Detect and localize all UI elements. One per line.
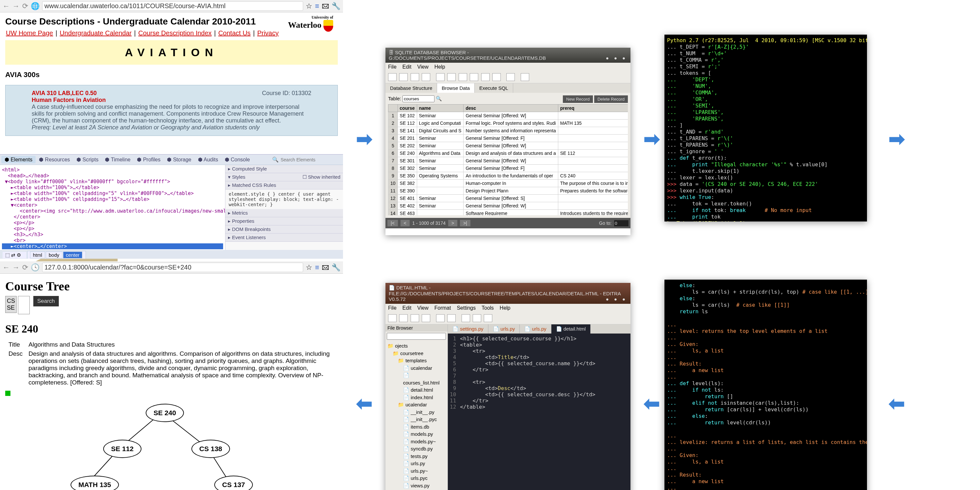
find-icon[interactable] (484, 314, 492, 322)
last-icon[interactable]: >| (460, 220, 470, 226)
menubar[interactable]: FileEditViewHelp (385, 63, 630, 71)
editor-tab[interactable]: 📄 urls.py (488, 325, 520, 334)
tab[interactable]: Execute SQL (475, 83, 513, 93)
wrench-icon[interactable]: 🔧 (332, 263, 340, 272)
menu-item[interactable]: Edit (402, 64, 412, 70)
url-input[interactable]: 127.0.0.1:8000/ucalendar/?fac=0&course=S… (42, 262, 303, 272)
editor-tab[interactable]: 📄 settings.py (448, 325, 488, 334)
editor-tab[interactable]: 📄 detail.html (551, 325, 591, 334)
devtools-tab[interactable]: ⬢ Audits (195, 156, 221, 163)
undo-icon[interactable] (422, 73, 430, 81)
undo-icon[interactable] (436, 314, 445, 322)
menu-item[interactable]: View (417, 305, 428, 311)
mail-icon[interactable]: 🖂 (322, 263, 329, 272)
breadcrumb[interactable]: ⬚ ⇄ ⚙ htmlbodycenter (0, 250, 343, 259)
toolbar[interactable] (385, 312, 630, 325)
terminal-output[interactable]: Python 2.7 (r27:82525, Jul 4 2010, 09:01… (665, 35, 867, 221)
tab[interactable]: Browse Data (437, 83, 475, 93)
devtools-tab[interactable]: ⬢ Elements (1, 156, 36, 163)
goto-input[interactable] (614, 220, 628, 226)
faculty-select[interactable]: CSSE (5, 296, 17, 313)
new-icon[interactable] (388, 73, 396, 81)
window-controls[interactable]: ● ● ● (606, 55, 627, 61)
next-icon[interactable]: > (448, 220, 457, 226)
table-select[interactable] (402, 95, 434, 102)
star-icon[interactable]: ☆ (306, 263, 312, 272)
log-icon[interactable] (506, 73, 515, 81)
devtools-tab[interactable]: ⬢ Scripts (73, 156, 102, 163)
save-icon[interactable] (410, 314, 419, 322)
table-icon[interactable] (436, 73, 445, 81)
tab[interactable]: Database Structure (385, 83, 437, 93)
paste-icon[interactable] (473, 314, 481, 322)
menu-item[interactable]: Edit (402, 305, 412, 311)
nav-link[interactable]: Undergraduate Calendar (60, 29, 132, 37)
devtools-tab[interactable]: ⬢ Resources (36, 156, 73, 163)
styles-pane[interactable]: ▸ Computed Style▾ Styles☐ Show inherited… (225, 165, 343, 250)
dom-tree[interactable]: <html> <head>…</head> ▼<body link="#ff00… (0, 165, 225, 250)
mail-icon[interactable]: 🖂 (322, 2, 329, 10)
code-editor[interactable]: 123456789101112 <h1>{{ selected_course.c… (448, 334, 630, 490)
devtools-tab[interactable]: ⬢ Console (221, 156, 253, 163)
nav-link[interactable]: Contact Us (218, 29, 251, 37)
tree-node: SE 240 (146, 404, 184, 422)
print-icon[interactable] (422, 314, 430, 322)
tabs[interactable]: Database StructureBrowse DataExecute SQL (385, 83, 630, 93)
table-icon[interactable] (481, 73, 490, 81)
reload-icon[interactable]: ⟳ (22, 263, 28, 272)
new-icon[interactable] (388, 314, 396, 322)
nav-link[interactable]: Privacy (257, 29, 278, 37)
menu-icon[interactable]: ≡ (315, 2, 319, 10)
table-icon[interactable] (492, 73, 501, 81)
reload-icon[interactable]: ⟳ (22, 2, 28, 10)
menu-icon[interactable]: ≡ (315, 263, 319, 272)
table-icon[interactable] (470, 73, 478, 81)
fwd-icon[interactable]: → (13, 2, 20, 10)
help-icon[interactable] (521, 73, 529, 81)
devtools-search[interactable] (280, 157, 339, 163)
back-icon[interactable]: ← (3, 263, 10, 272)
menu-item[interactable]: Help (500, 305, 511, 311)
menu-item[interactable]: Format (434, 305, 451, 311)
back-icon[interactable]: ← (3, 2, 10, 10)
menu-item[interactable]: Help (434, 64, 445, 70)
nav-link[interactable]: Course Description Index (138, 29, 212, 37)
devtools-tab[interactable]: ⬢ Storage (164, 156, 194, 163)
menubar[interactable]: FileEditViewFormatSettingsToolsHelp (385, 304, 630, 312)
file-browser[interactable]: File Browser 📁 ojects📁 coursetree📁 templ… (385, 325, 448, 490)
star-icon[interactable]: ☆ (306, 2, 312, 10)
window-controls[interactable]: ● ● ● (606, 296, 627, 302)
prev-icon[interactable]: < (401, 220, 410, 226)
save-icon[interactable] (410, 73, 419, 81)
data-grid[interactable]: coursenamedescprereqoffered1SE 102Semina… (388, 104, 628, 215)
menu-item[interactable]: Tools (482, 305, 493, 311)
menu-item[interactable]: Settings (457, 305, 476, 311)
filter-input[interactable] (387, 333, 446, 340)
devtools-tab[interactable]: ⬢ Profiles (134, 156, 164, 163)
nav-link[interactable]: UW Home Page (6, 29, 53, 37)
open-icon[interactable] (399, 314, 408, 322)
terminal-output[interactable]: else: ls = car(ls) + strip(cdr(ls), top)… (665, 280, 867, 490)
redo-icon[interactable] (447, 314, 456, 322)
devtools-tabs[interactable]: ⬢ Elements⬢ Resources⬢ Scripts⬢ Timeline… (0, 154, 343, 165)
course-input[interactable] (18, 296, 30, 314)
copy-icon[interactable] (461, 314, 470, 322)
open-icon[interactable] (399, 73, 408, 81)
editor-tabs[interactable]: 📄 settings.py📄 urls.py📄 urls.py📄 detail.… (448, 325, 630, 334)
fwd-icon[interactable]: → (13, 263, 20, 272)
toolbar[interactable] (385, 71, 630, 83)
table-icon[interactable] (459, 73, 467, 81)
search-button[interactable]: Search (33, 296, 59, 306)
menu-item[interactable]: File (388, 64, 396, 70)
new-record-button[interactable]: New Record (563, 95, 593, 103)
first-icon[interactable]: |< (387, 220, 398, 226)
devtools-tab[interactable]: ⬢ Timeline (102, 156, 134, 163)
delete-record-button[interactable]: Delete Record (594, 95, 628, 103)
menu-item[interactable]: File (388, 305, 396, 311)
url-input[interactable]: www.ucalendar.uwaterloo.ca/1011/COURSE/c… (42, 1, 303, 11)
pager[interactable]: |< < 1 - 1000 of 3174 > >| Go to: (385, 218, 630, 228)
editor-tab[interactable]: 📄 urls.py (520, 325, 551, 334)
wrench-icon[interactable]: 🔧 (332, 2, 340, 10)
table-icon[interactable] (447, 73, 456, 81)
menu-item[interactable]: View (417, 64, 428, 70)
